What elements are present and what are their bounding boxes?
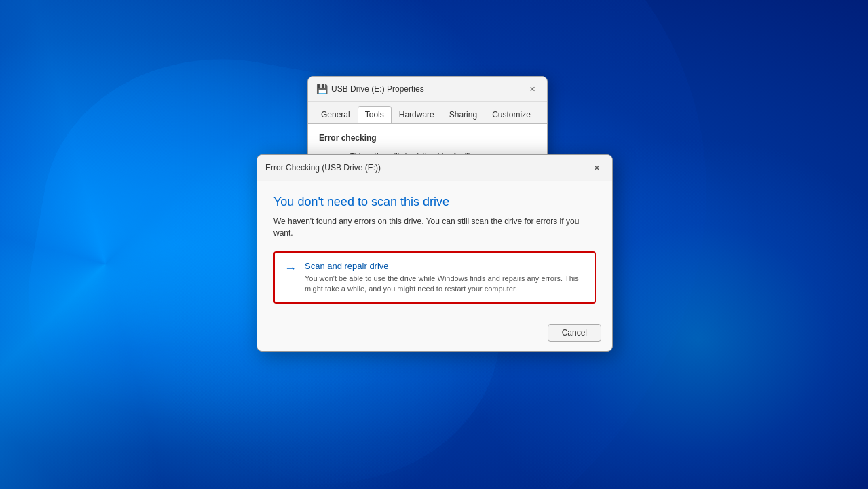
properties-dialog-title: USB Drive (E:) Properties [331,84,424,94]
properties-close-button[interactable]: ✕ [525,82,539,96]
properties-titlebar: 💾 USB Drive (E:) Properties ✕ [308,77,547,102]
tab-sharing[interactable]: Sharing [442,106,485,123]
tab-hardware[interactable]: Hardware [392,106,442,123]
error-dialog-footer: Cancel [257,317,612,351]
arrow-right-icon: → [284,261,297,276]
usb-drive-icon: 💾 [316,84,327,94]
error-dialog-cancel-button[interactable]: Cancel [548,324,601,342]
error-dialog-title: Error Checking (USB Drive (E:)) [265,163,381,173]
tab-customize[interactable]: Customize [485,106,538,123]
properties-titlebar-left: 💾 USB Drive (E:) Properties [316,84,424,94]
tab-tools[interactable]: Tools [358,106,392,123]
no-scan-description: We haven't found any errors on this driv… [273,216,596,239]
scan-option-description: You won't be able to use the drive while… [305,274,585,295]
error-checking-section-title: Error checking [319,133,536,143]
error-dialog-body: You don't need to scan this drive We hav… [257,181,612,317]
error-dialog-titlebar: Error Checking (USB Drive (E:)) ✕ [257,155,612,181]
scan-option-content: Scan and repair drive You won't be able … [305,261,585,295]
no-scan-heading: You don't need to scan this drive [273,195,596,209]
scan-option-title: Scan and repair drive [305,261,585,271]
error-checking-dialog: Error Checking (USB Drive (E:)) ✕ You do… [257,154,613,352]
properties-tabs: General Tools Hardware Sharing Customize [308,102,547,123]
tab-general[interactable]: General [314,106,358,123]
error-dialog-close-button[interactable]: ✕ [589,160,604,175]
scan-repair-option[interactable]: → Scan and repair drive You won't be abl… [273,251,596,304]
